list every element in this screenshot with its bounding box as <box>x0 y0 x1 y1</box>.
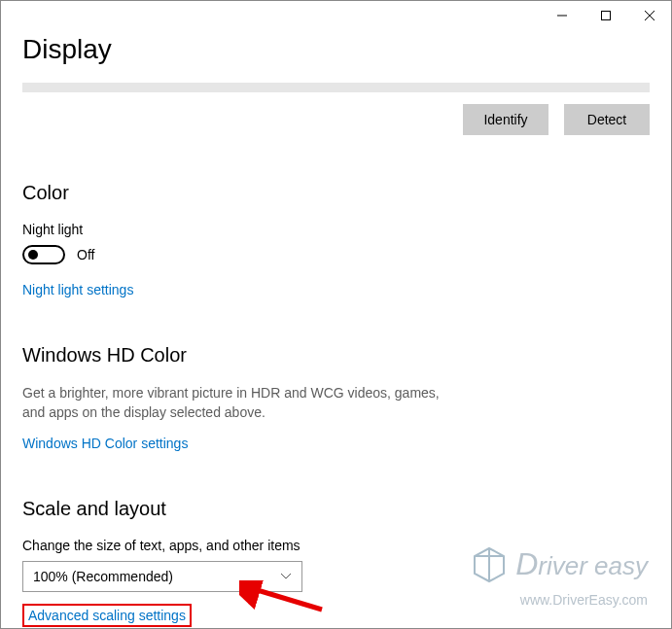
scale-dropdown[interactable]: 100% (Recommended) <box>22 561 302 592</box>
maximize-button[interactable] <box>584 1 627 30</box>
display-arrangement-bar <box>22 83 650 92</box>
scale-heading: Scale and layout <box>22 498 650 520</box>
hd-color-heading: Windows HD Color <box>22 344 650 367</box>
toggle-knob <box>28 250 38 260</box>
display-buttons-row: Identify Detect <box>22 104 650 135</box>
night-light-label: Night light <box>22 222 650 237</box>
identify-button[interactable]: Identify <box>463 104 548 135</box>
night-light-state: Off <box>77 247 94 262</box>
svg-rect-1 <box>601 12 610 20</box>
advanced-scaling-highlight: Advanced scaling settings <box>22 604 192 627</box>
chevron-down-icon <box>280 571 292 582</box>
change-size-label: Change the size of text, apps, and other… <box>22 538 650 553</box>
night-light-toggle[interactable] <box>22 245 65 264</box>
window-titlebar <box>1 1 671 30</box>
minimize-button[interactable] <box>540 1 584 30</box>
night-light-settings-link[interactable]: Night light settings <box>22 282 133 297</box>
color-heading: Color <box>22 182 650 204</box>
advanced-scaling-link[interactable]: Advanced scaling settings <box>28 608 186 623</box>
hd-color-description: Get a brighter, more vibrant picture in … <box>22 384 450 422</box>
close-button[interactable] <box>627 1 671 30</box>
hd-color-settings-link[interactable]: Windows HD Color settings <box>22 436 188 451</box>
page-title: Display <box>22 34 650 65</box>
detect-button[interactable]: Detect <box>564 104 650 135</box>
scale-dropdown-value: 100% (Recommended) <box>33 569 173 584</box>
